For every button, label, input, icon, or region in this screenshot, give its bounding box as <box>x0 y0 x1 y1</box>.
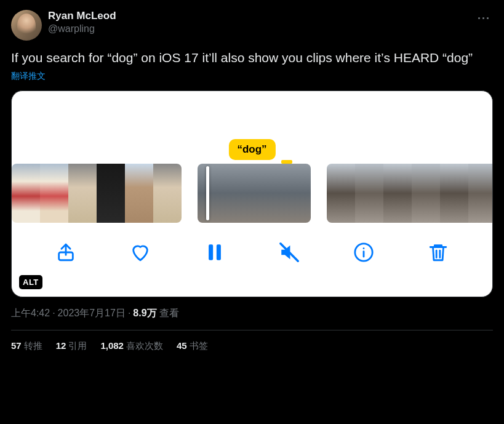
stat-bookmarks[interactable]: 45书签 <box>177 340 208 352</box>
video-frame <box>153 164 182 223</box>
video-frame <box>468 164 492 223</box>
views-label: 查看 <box>159 308 179 318</box>
pause-icon[interactable] <box>204 242 225 263</box>
video-frame <box>327 164 355 223</box>
media-toolbar <box>12 223 492 282</box>
tweet-body: If you search for “dog” on iOS 17 it’ll … <box>11 49 493 66</box>
media-card[interactable]: “dog” <box>11 90 493 297</box>
search-term-badge: “dog” <box>228 139 275 160</box>
video-clip[interactable] <box>12 164 182 223</box>
tweet-container: Ryan McLeod @warpling ··· If you search … <box>2 2 502 359</box>
stat-retweets[interactable]: 57转推 <box>11 340 42 352</box>
video-frame <box>68 164 97 223</box>
video-frame <box>97 164 125 223</box>
trash-icon[interactable] <box>428 242 449 263</box>
alt-badge[interactable]: ALT <box>19 275 42 289</box>
svg-rect-1 <box>209 245 213 261</box>
heart-icon[interactable] <box>130 242 151 263</box>
handle: @warpling <box>48 23 469 34</box>
video-clip[interactable] <box>198 164 311 223</box>
speaker-mute-icon[interactable] <box>279 242 300 263</box>
views-count[interactable]: 8.9万 <box>133 308 156 318</box>
display-name: Ryan McLeod <box>48 10 469 22</box>
stat-quotes[interactable]: 12引用 <box>56 340 87 352</box>
more-icon[interactable]: ··· <box>475 10 493 28</box>
video-frame <box>412 164 440 223</box>
tweet-header: Ryan McLeod @warpling ··· <box>11 10 493 41</box>
tweet-stats: 57转推 12引用 1,082喜欢次数 45书签 <box>11 330 493 352</box>
video-clip[interactable] <box>327 164 492 223</box>
stat-likes[interactable]: 1,082喜欢次数 <box>100 340 163 352</box>
translate-link[interactable]: 翻译推文 <box>11 71 46 82</box>
video-frame <box>198 164 226 223</box>
video-frame <box>383 164 412 223</box>
avatar[interactable] <box>11 10 42 41</box>
video-frame <box>12 164 40 223</box>
video-frame <box>40 164 68 223</box>
meta-time[interactable]: 上午4:42 <box>11 308 50 318</box>
video-frame <box>254 164 282 223</box>
video-frame <box>226 164 254 223</box>
svg-point-6 <box>362 248 364 250</box>
video-frame <box>440 164 468 223</box>
media-top: “dog” <box>12 91 492 164</box>
video-frame <box>282 164 311 223</box>
tweet-meta: 上午4:42·2023年7月17日·8.9万 查看 <box>11 307 493 330</box>
author-names[interactable]: Ryan McLeod @warpling <box>48 10 469 34</box>
scrubber-handle[interactable] <box>206 166 209 220</box>
video-strip[interactable] <box>12 164 492 223</box>
svg-rect-2 <box>217 245 221 261</box>
video-frame <box>125 164 153 223</box>
share-icon[interactable] <box>55 242 76 263</box>
info-icon[interactable] <box>353 242 374 263</box>
meta-date[interactable]: 2023年7月17日 <box>58 308 126 318</box>
video-frame <box>355 164 383 223</box>
